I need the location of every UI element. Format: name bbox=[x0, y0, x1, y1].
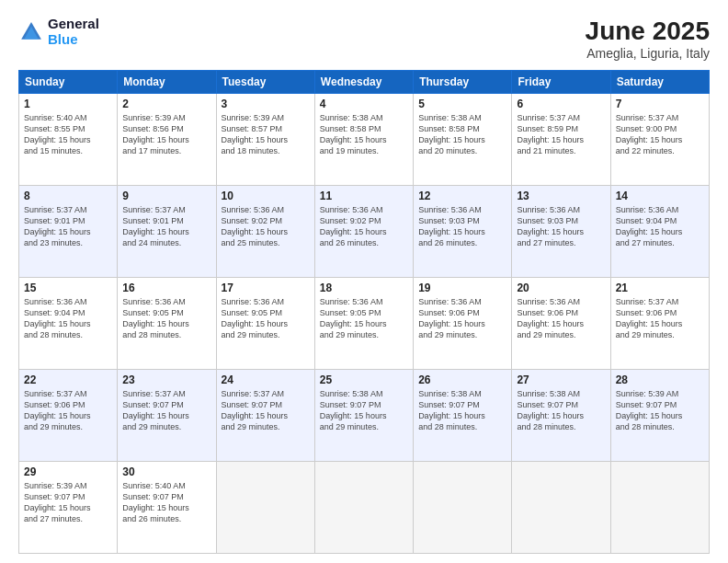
sunset-label: Sunset: 9:06 PM bbox=[517, 308, 578, 317]
calendar-cell: 25 Sunrise: 5:38 AM Sunset: 9:07 PM Dayl… bbox=[314, 370, 413, 462]
daylight-label: Daylight: 15 hours bbox=[517, 135, 584, 144]
sunset-label: Sunset: 8:57 PM bbox=[222, 124, 283, 133]
calendar-week-row: 1 Sunrise: 5:40 AM Sunset: 8:55 PM Dayli… bbox=[19, 94, 710, 186]
calendar-cell: 28 Sunrise: 5:39 AM Sunset: 9:07 PM Dayl… bbox=[610, 370, 709, 462]
daylight-minutes: and 28 minutes. bbox=[418, 422, 477, 431]
calendar-cell: 7 Sunrise: 5:37 AM Sunset: 9:00 PM Dayli… bbox=[610, 94, 709, 186]
page: General Blue June 2025 Ameglia, Liguria,… bbox=[0, 0, 728, 563]
daylight-minutes: and 20 minutes. bbox=[418, 146, 477, 155]
sunrise-label: Sunrise: 5:37 AM bbox=[222, 389, 285, 398]
month-title: June 2025 bbox=[586, 17, 710, 46]
calendar-cell: 20 Sunrise: 5:36 AM Sunset: 9:06 PM Dayl… bbox=[512, 278, 610, 370]
calendar-cell: 27 Sunrise: 5:38 AM Sunset: 9:07 PM Dayl… bbox=[512, 370, 610, 462]
daylight-label: Daylight: 15 hours bbox=[418, 319, 485, 328]
calendar-cell bbox=[414, 462, 512, 554]
sunset-label: Sunset: 9:07 PM bbox=[517, 400, 578, 409]
cell-info: Sunrise: 5:37 AM Sunset: 9:01 PM Dayligh… bbox=[122, 204, 210, 249]
sunset-label: Sunset: 9:05 PM bbox=[222, 308, 283, 317]
logo-blue-text: Blue bbox=[48, 31, 78, 47]
sunrise-label: Sunrise: 5:36 AM bbox=[418, 205, 482, 214]
calendar-cell: 1 Sunrise: 5:40 AM Sunset: 8:55 PM Dayli… bbox=[19, 94, 118, 186]
day-number: 11 bbox=[320, 190, 408, 202]
daylight-minutes: and 26 minutes. bbox=[122, 514, 181, 523]
sunrise-label: Sunrise: 5:37 AM bbox=[24, 205, 87, 214]
sunset-label: Sunset: 9:07 PM bbox=[616, 400, 677, 409]
calendar-cell bbox=[216, 462, 314, 554]
daylight-minutes: and 29 minutes. bbox=[320, 330, 379, 339]
sunrise-label: Sunrise: 5:37 AM bbox=[616, 297, 679, 306]
daylight-label: Daylight: 15 hours bbox=[24, 135, 91, 144]
daylight-minutes: and 28 minutes. bbox=[122, 330, 181, 339]
day-number: 10 bbox=[222, 190, 310, 202]
calendar-cell: 4 Sunrise: 5:38 AM Sunset: 8:58 PM Dayli… bbox=[314, 94, 413, 186]
day-number: 4 bbox=[320, 98, 408, 110]
calendar-cell: 21 Sunrise: 5:37 AM Sunset: 9:06 PM Dayl… bbox=[610, 278, 709, 370]
calendar-header-row: SundayMondayTuesdayWednesdayThursdayFrid… bbox=[19, 71, 710, 94]
calendar-day-header: Thursday bbox=[414, 71, 512, 94]
cell-info: Sunrise: 5:39 AM Sunset: 9:07 PM Dayligh… bbox=[24, 480, 112, 525]
calendar-cell bbox=[512, 462, 610, 554]
sunrise-label: Sunrise: 5:39 AM bbox=[616, 389, 679, 398]
sunset-label: Sunset: 9:05 PM bbox=[122, 308, 184, 317]
cell-info: Sunrise: 5:38 AM Sunset: 8:58 PM Dayligh… bbox=[418, 112, 506, 157]
sunset-label: Sunset: 9:06 PM bbox=[24, 400, 85, 409]
calendar-cell: 16 Sunrise: 5:36 AM Sunset: 9:05 PM Dayl… bbox=[118, 278, 216, 370]
sunset-label: Sunset: 9:01 PM bbox=[122, 216, 184, 225]
calendar-week-row: 29 Sunrise: 5:39 AM Sunset: 9:07 PM Dayl… bbox=[19, 462, 710, 554]
daylight-label: Daylight: 15 hours bbox=[122, 411, 189, 420]
sunset-label: Sunset: 9:05 PM bbox=[320, 308, 381, 317]
daylight-minutes: and 28 minutes. bbox=[616, 422, 675, 431]
sunset-label: Sunset: 9:00 PM bbox=[616, 124, 677, 133]
sunrise-label: Sunrise: 5:39 AM bbox=[122, 113, 186, 122]
day-number: 29 bbox=[24, 465, 112, 478]
day-number: 3 bbox=[222, 98, 310, 110]
sunrise-label: Sunrise: 5:38 AM bbox=[320, 389, 383, 398]
sunrise-label: Sunrise: 5:37 AM bbox=[122, 205, 186, 214]
daylight-label: Daylight: 15 hours bbox=[222, 135, 289, 144]
sunrise-label: Sunrise: 5:36 AM bbox=[24, 297, 87, 306]
cell-info: Sunrise: 5:36 AM Sunset: 9:06 PM Dayligh… bbox=[418, 296, 506, 341]
daylight-label: Daylight: 15 hours bbox=[122, 135, 189, 144]
calendar-cell bbox=[314, 462, 413, 554]
calendar-cell: 19 Sunrise: 5:36 AM Sunset: 9:06 PM Dayl… bbox=[414, 278, 512, 370]
logo-icon bbox=[18, 19, 44, 45]
daylight-minutes: and 23 minutes. bbox=[24, 238, 83, 247]
daylight-minutes: and 29 minutes. bbox=[222, 330, 280, 339]
sunrise-label: Sunrise: 5:38 AM bbox=[320, 113, 383, 122]
cell-info: Sunrise: 5:39 AM Sunset: 8:57 PM Dayligh… bbox=[222, 112, 310, 157]
cell-info: Sunrise: 5:37 AM Sunset: 9:06 PM Dayligh… bbox=[616, 296, 704, 341]
sunset-label: Sunset: 8:56 PM bbox=[122, 124, 184, 133]
sunset-label: Sunset: 9:06 PM bbox=[418, 308, 480, 317]
daylight-label: Daylight: 15 hours bbox=[616, 411, 683, 420]
sunset-label: Sunset: 9:03 PM bbox=[418, 216, 480, 225]
logo: General Blue bbox=[18, 17, 99, 47]
day-number: 14 bbox=[616, 190, 704, 202]
cell-info: Sunrise: 5:40 AM Sunset: 9:07 PM Dayligh… bbox=[122, 480, 210, 525]
daylight-label: Daylight: 15 hours bbox=[418, 135, 485, 144]
sunset-label: Sunset: 9:07 PM bbox=[24, 492, 85, 501]
sunrise-label: Sunrise: 5:37 AM bbox=[122, 389, 186, 398]
calendar-cell: 3 Sunrise: 5:39 AM Sunset: 8:57 PM Dayli… bbox=[216, 94, 314, 186]
calendar-cell: 15 Sunrise: 5:36 AM Sunset: 9:04 PM Dayl… bbox=[19, 278, 118, 370]
sunset-label: Sunset: 9:07 PM bbox=[320, 400, 381, 409]
daylight-minutes: and 29 minutes. bbox=[122, 422, 181, 431]
calendar-day-header: Wednesday bbox=[314, 71, 413, 94]
calendar-week-row: 8 Sunrise: 5:37 AM Sunset: 9:01 PM Dayli… bbox=[19, 186, 710, 278]
sunrise-label: Sunrise: 5:36 AM bbox=[517, 297, 580, 306]
sunrise-label: Sunrise: 5:38 AM bbox=[517, 389, 580, 398]
daylight-minutes: and 29 minutes. bbox=[24, 422, 83, 431]
logo-text: General Blue bbox=[48, 17, 99, 47]
sunrise-label: Sunrise: 5:37 AM bbox=[517, 113, 580, 122]
cell-info: Sunrise: 5:38 AM Sunset: 9:07 PM Dayligh… bbox=[517, 388, 605, 433]
sunrise-label: Sunrise: 5:36 AM bbox=[517, 205, 580, 214]
daylight-label: Daylight: 15 hours bbox=[320, 227, 387, 236]
sunset-label: Sunset: 9:02 PM bbox=[320, 216, 381, 225]
calendar-table: SundayMondayTuesdayWednesdayThursdayFrid… bbox=[18, 70, 710, 554]
day-number: 2 bbox=[122, 98, 210, 110]
location: Ameglia, Liguria, Italy bbox=[586, 46, 710, 61]
day-number: 22 bbox=[24, 373, 112, 386]
sunrise-label: Sunrise: 5:37 AM bbox=[24, 389, 87, 398]
daylight-minutes: and 24 minutes. bbox=[122, 238, 181, 247]
day-number: 21 bbox=[616, 282, 704, 294]
daylight-minutes: and 28 minutes. bbox=[517, 422, 575, 431]
